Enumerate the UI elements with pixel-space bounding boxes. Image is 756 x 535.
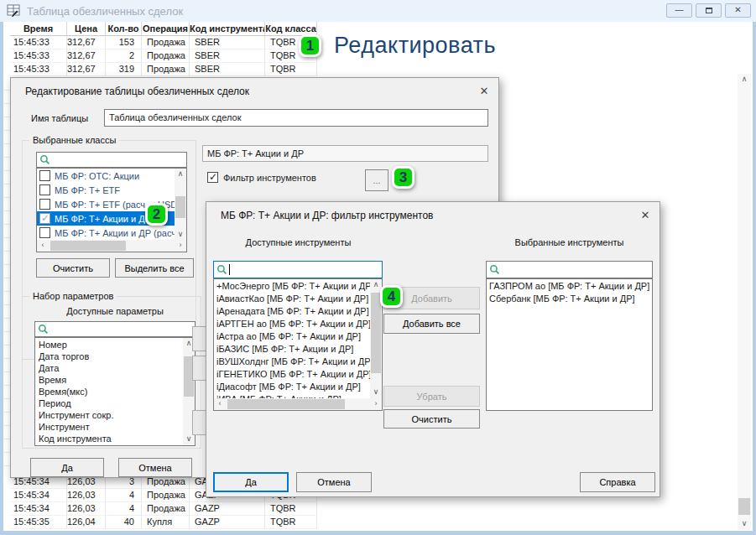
scroll-left-icon[interactable]: ‹: [214, 398, 226, 410]
close-icon[interactable]: ✕: [636, 207, 654, 224]
minimize-icon[interactable]: —: [666, 3, 692, 18]
column-header[interactable]: Операция: [142, 22, 190, 35]
ok-button[interactable]: Да: [213, 472, 289, 492]
cell-time: 15:45:34: [10, 489, 67, 502]
clear-button[interactable]: Очистить: [383, 409, 480, 429]
params-search-input[interactable]: [34, 321, 196, 337]
clear-classes-button[interactable]: Очистить: [36, 258, 110, 278]
search-icon: [216, 264, 227, 275]
close-icon[interactable]: ✕: [725, 3, 751, 18]
select-all-classes-button[interactable]: Выделить все: [115, 258, 194, 278]
cell-operation: Продажа: [142, 49, 190, 63]
class-list-item[interactable]: МБ ФР: ОТС: Акции: [37, 169, 175, 183]
available-instruments-listbox[interactable]: +МосЭнерго [МБ ФР: Т+ Акции и ДР]iАвиаст…: [213, 278, 383, 411]
scroll-down-icon[interactable]: ∨: [370, 387, 382, 398]
table-edit-icon: [7, 4, 21, 18]
instrument-item[interactable]: iАренадата [МБ ФР: Т+ Акции и ДР]: [214, 305, 370, 318]
scroll-down-icon[interactable]: ∨: [175, 229, 186, 241]
scrollbar-thumb[interactable]: [738, 498, 750, 515]
scroll-down-icon[interactable]: ∨: [738, 518, 751, 530]
param-item[interactable]: Инструмент сокр.: [35, 409, 183, 421]
param-item[interactable]: Инструмент: [35, 421, 183, 433]
available-search-input[interactable]: [213, 261, 383, 278]
window-titlebar: Таблица обезличенных сделок — ✕: [0, 0, 756, 22]
cell-qty: 153: [106, 36, 142, 49]
available-instruments-label: Доступные инструменты: [213, 237, 383, 247]
class-checkbox[interactable]: [39, 227, 50, 238]
column-header[interactable]: Код класса: [265, 22, 317, 35]
ok-button[interactable]: Да: [30, 458, 104, 477]
param-item[interactable]: Код инструмента: [35, 433, 183, 444]
instrument-item[interactable]: Сбербанк [МБ ФР: Т+ Акции и ДР]: [487, 293, 652, 305]
available-hscrollbar[interactable]: ‹ ›: [214, 398, 382, 410]
class-list-item[interactable]: МБ ФР: Т+ ETF: [37, 183, 175, 197]
class-list-item[interactable]: МБ ФР: Т+ Акции и ДР (расч. в USD): [37, 226, 175, 240]
classes-group-legend: Выбранные классы: [29, 135, 119, 145]
instrument-item[interactable]: iАРТГЕН ао [МБ ФР: Т+ Акции и ДР]: [214, 318, 370, 330]
window-title: Таблица обезличенных сделок: [27, 5, 183, 18]
cell-price: 126,03: [67, 502, 106, 516]
cancel-button[interactable]: Отмена: [118, 458, 192, 477]
instrument-item[interactable]: iБАЗИС [МБ ФР: Т+ Акции и ДР]: [214, 343, 370, 356]
cell-price: 126,03: [67, 489, 106, 502]
classes-vscrollbar[interactable]: ∧ ∨: [175, 169, 186, 241]
cell-price: 312,67: [67, 63, 106, 76]
cell-instrument-code: GAZP: [190, 502, 265, 516]
scrollbar-thumb[interactable]: [227, 399, 345, 409]
param-item[interactable]: Дата: [35, 362, 183, 374]
classes-hscrollbar[interactable]: ‹ ›: [37, 240, 186, 252]
main-vertical-scrollbar[interactable]: ∧ ∨: [738, 74, 751, 530]
class-label: МБ ФР: Т+ Акции и ДР (расч. в USD): [55, 228, 175, 238]
scrollbar-thumb[interactable]: [50, 241, 126, 251]
instrument-filter-dialog: МБ ФР: Т+ Акции и ДР: фильтр инструменто…: [206, 201, 660, 497]
open-filter-button[interactable]: ...: [365, 169, 388, 191]
remove-button[interactable]: Убрать: [383, 386, 480, 407]
column-header[interactable]: Код инструмента: [190, 22, 265, 35]
help-button[interactable]: Справка: [580, 472, 655, 492]
selected-search-input[interactable]: [486, 261, 653, 278]
selected-instruments-label: Выбранные инструменты: [486, 237, 653, 247]
scrollbar-thumb[interactable]: [175, 196, 185, 218]
instrument-item[interactable]: iВУШХолднг [МБ ФР: Т+ Акции и ДР]: [214, 356, 370, 368]
param-item[interactable]: Номер: [35, 339, 183, 351]
instrument-item[interactable]: iАстра ао [МБ ФР: Т+ Акции и ДР]: [214, 330, 370, 343]
cell-time: 15:45:33: [10, 36, 67, 49]
class-checkbox[interactable]: [39, 170, 50, 181]
instrument-item[interactable]: iАвиастКао [МБ ФР: Т+ Акции и ДР]: [214, 293, 370, 305]
instrument-item[interactable]: iГЕНЕТИКО [МБ ФР: Т+ Акции и ДР]: [214, 368, 370, 381]
param-item[interactable]: Время: [35, 374, 183, 386]
cell-qty: 2: [106, 49, 142, 63]
scroll-right-icon[interactable]: ›: [370, 398, 382, 410]
params-listbox[interactable]: НомерДата торговДатаВремяВремя(мкс)Перио…: [34, 337, 196, 446]
close-icon[interactable]: ✕: [475, 83, 493, 100]
class-checkbox[interactable]: [39, 199, 50, 210]
param-item[interactable]: Дата торгов: [35, 351, 183, 362]
cancel-button[interactable]: Отмена: [296, 472, 372, 492]
scroll-up-icon[interactable]: ∧: [175, 169, 186, 180]
cell-class-code: TQBR: [265, 63, 317, 76]
classes-search-input[interactable]: [36, 152, 187, 168]
selected-instruments-listbox[interactable]: ГАЗПРОМ ао [МБ ФР: Т+ Акции и ДР]Сбербан…: [486, 278, 653, 411]
step-badge-2: 2: [145, 203, 168, 226]
scroll-down-icon[interactable]: ∨: [183, 434, 195, 445]
scroll-left-icon[interactable]: ‹: [37, 240, 49, 252]
cell-operation: Купля: [142, 516, 190, 529]
scrollbar-thumb[interactable]: [371, 293, 381, 373]
scroll-right-icon[interactable]: ›: [175, 240, 186, 252]
class-checkbox[interactable]: [39, 184, 50, 195]
instrument-item[interactable]: +МосЭнерго [МБ ФР: Т+ Акции и ДР]: [214, 280, 370, 293]
maximize-icon[interactable]: [696, 3, 722, 18]
add-all-button[interactable]: Добавить все: [383, 314, 480, 334]
column-header[interactable]: Время: [10, 22, 67, 35]
param-item[interactable]: Время(мкс): [35, 386, 183, 397]
param-item[interactable]: Период: [35, 397, 183, 409]
column-header[interactable]: Кол-во: [106, 22, 142, 35]
class-checkbox[interactable]: [39, 213, 50, 224]
column-header[interactable]: Цена: [67, 22, 106, 35]
instrument-item[interactable]: iДиасофт [МБ ФР: Т+ Акции и ДР]: [214, 381, 370, 393]
scroll-up-icon[interactable]: ∧: [738, 74, 751, 86]
instrument-item[interactable]: ГАЗПРОМ ао [МБ ФР: Т+ Акции и ДР]: [487, 280, 652, 293]
instrument-filter-checkbox[interactable]: [207, 172, 218, 183]
cell-operation: Продажа: [142, 502, 190, 516]
table-name-input[interactable]: Таблица обезличенных сделок: [104, 109, 488, 127]
